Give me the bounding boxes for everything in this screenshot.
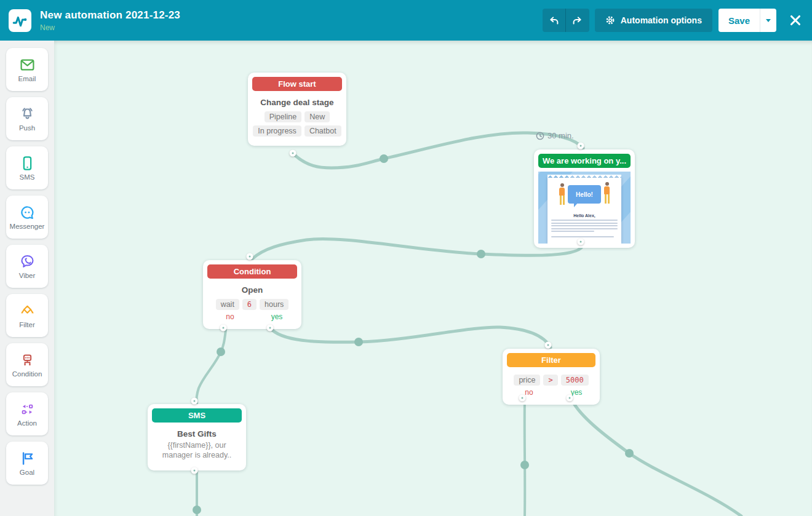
automation-options-button[interactable]: Automation options bbox=[595, 9, 712, 32]
tag-pipeline: Pipeline bbox=[265, 111, 301, 122]
close-button[interactable] bbox=[789, 14, 802, 27]
goal-flag-icon bbox=[19, 450, 36, 467]
pill-hours: hours bbox=[260, 299, 289, 310]
action-icon bbox=[19, 401, 36, 418]
node-sms-header: SMS bbox=[152, 408, 242, 423]
redo-button[interactable] bbox=[566, 9, 589, 32]
sidebar-item-label: Push bbox=[19, 124, 35, 132]
node-condition-header: Condition bbox=[207, 264, 297, 279]
sidebar-item-email[interactable]: Email bbox=[6, 48, 48, 91]
node-filter-header: Filter bbox=[507, 353, 595, 367]
tag-new: New bbox=[304, 111, 330, 122]
handle-filter-no-out[interactable] bbox=[519, 395, 526, 402]
sidebar-item-label: Messenger bbox=[10, 223, 45, 230]
node-condition[interactable]: Condition Open wait 6 hours no yes bbox=[203, 260, 301, 329]
tag-in-progress: In progress bbox=[253, 125, 301, 137]
page-title: New automation 2021-12-23 bbox=[40, 9, 180, 22]
node-email[interactable]: We are working on y... Hello! bbox=[534, 149, 635, 248]
undo-button[interactable] bbox=[543, 9, 566, 32]
flow-canvas[interactable]: Flow start Change deal stage Pipeline Ne… bbox=[54, 41, 812, 516]
sidebar-item-condition[interactable]: Condition bbox=[6, 343, 48, 386]
node-condition-title: Open bbox=[207, 285, 297, 295]
email-icon bbox=[19, 57, 36, 73]
redo-icon bbox=[571, 15, 583, 26]
pill-operator: > bbox=[543, 375, 557, 386]
save-dropdown-button[interactable] bbox=[760, 9, 776, 32]
history-button-group bbox=[543, 9, 589, 32]
handle-email-in[interactable] bbox=[578, 143, 584, 149]
sms-phone-icon bbox=[19, 155, 36, 172]
pill-price-value: 5000 bbox=[561, 375, 589, 386]
close-icon bbox=[789, 14, 802, 27]
handle-email-out[interactable] bbox=[578, 239, 584, 245]
handle-sms-in[interactable] bbox=[191, 398, 198, 405]
sidebar-item-label: Condition bbox=[12, 370, 42, 378]
sidebar-item-action[interactable]: Action bbox=[6, 392, 48, 435]
node-sms[interactable]: SMS Best Gifts {{firstName}}, our manage… bbox=[148, 404, 246, 470]
save-button[interactable]: Save bbox=[718, 9, 760, 32]
push-bell-icon bbox=[19, 106, 36, 122]
app-logo bbox=[9, 9, 31, 32]
sidebar-item-viber[interactable]: Viber bbox=[6, 245, 48, 288]
sidebar-item-push[interactable]: Push bbox=[6, 97, 48, 140]
sidebar-item-label: Email bbox=[18, 75, 36, 82]
tag-chatbot: Chatbot bbox=[304, 125, 341, 137]
sidebar-item-label: SMS bbox=[20, 173, 35, 181]
sidebar-item-goal[interactable]: Goal bbox=[6, 442, 48, 485]
app-header: New automation 2021-12-23 New bbox=[0, 0, 812, 41]
sidebar-item-sms[interactable]: SMS bbox=[6, 146, 48, 189]
filter-icon bbox=[19, 303, 36, 319]
handle-filter-yes-out[interactable] bbox=[567, 395, 573, 402]
sidebar-item-label: Viber bbox=[19, 272, 36, 279]
messenger-icon bbox=[19, 204, 36, 221]
node-email-header: We are working on y... bbox=[538, 154, 631, 168]
undo-icon bbox=[548, 15, 560, 26]
pill-wait-value: 6 bbox=[242, 299, 257, 310]
handle-filter-in[interactable] bbox=[545, 342, 552, 349]
branch-no-label: no bbox=[221, 312, 239, 321]
sidebar-item-messenger[interactable]: Messenger bbox=[6, 196, 48, 239]
automation-options-label: Automation options bbox=[621, 15, 702, 25]
gear-icon bbox=[605, 15, 615, 25]
node-filter[interactable]: Filter price > 5000 no yes bbox=[503, 349, 600, 405]
sidebar-item-label: Goal bbox=[20, 469, 34, 476]
node-sms-text: {{firstName}}, our manager is already.. bbox=[152, 441, 242, 466]
sidebar-item-label: Action bbox=[17, 419, 37, 427]
handle-flow-start-out[interactable] bbox=[290, 150, 297, 157]
handle-condition-in[interactable] bbox=[247, 253, 253, 260]
save-label: Save bbox=[728, 15, 750, 26]
handle-condition-no-out[interactable] bbox=[220, 325, 227, 331]
pill-wait: wait bbox=[216, 299, 239, 310]
hello-speech-bubble: Hello! bbox=[568, 185, 601, 204]
node-flow-start-header: Flow start bbox=[252, 77, 342, 91]
element-palette-sidebar: Email Push SMS Messenger bbox=[0, 41, 54, 516]
node-flow-start-title: Change deal stage bbox=[252, 98, 342, 107]
clock-icon bbox=[536, 132, 544, 140]
sidebar-item-filter[interactable]: Filter bbox=[6, 294, 48, 337]
email-preview-image: Hello! Hello Alex, bbox=[538, 172, 631, 244]
chevron-down-icon bbox=[766, 19, 771, 22]
delay-text: 30 min. bbox=[547, 131, 574, 140]
node-flow-start[interactable]: Flow start Change deal stage Pipeline Ne… bbox=[248, 73, 346, 146]
person-figure bbox=[603, 182, 610, 204]
condition-robot-icon bbox=[19, 352, 36, 368]
pulse-icon bbox=[9, 9, 31, 32]
node-sms-title: Best Gifts bbox=[152, 429, 242, 439]
handle-condition-yes-out[interactable] bbox=[267, 325, 274, 331]
viber-icon bbox=[19, 253, 36, 270]
handle-sms-out[interactable] bbox=[191, 467, 198, 474]
save-split-button: Save bbox=[718, 9, 776, 32]
branch-yes-label: yes bbox=[268, 312, 286, 321]
page-subtitle: New bbox=[40, 23, 180, 32]
person-figure bbox=[559, 183, 565, 205]
sidebar-item-label: Filter bbox=[19, 321, 35, 328]
email-greeting: Hello Alex, bbox=[547, 213, 621, 218]
pill-price: price bbox=[514, 375, 540, 386]
delay-label: 30 min. bbox=[536, 131, 574, 140]
